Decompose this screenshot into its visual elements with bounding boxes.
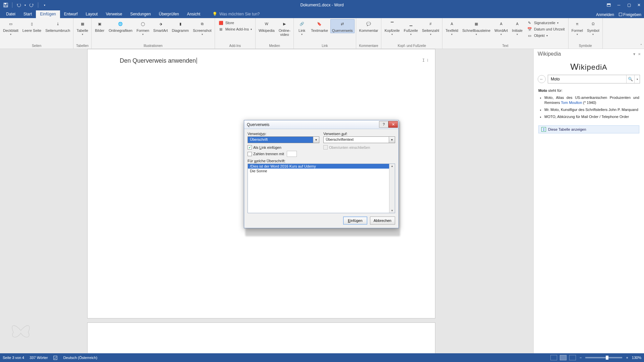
ribbon-display-icon[interactable] (604, 0, 614, 10)
insert-button[interactable]: Einfügen (343, 217, 367, 225)
heading-listbox[interactable]: /Dies ist der Word 2016 Kurs auf Udemy D… (248, 164, 395, 213)
wikipedia-search-input[interactable] (548, 75, 626, 83)
wikipedia-back-button[interactable]: ← (538, 75, 546, 83)
pane-options-icon[interactable]: ▼ (633, 52, 636, 56)
tab-ansicht[interactable]: Ansicht (183, 10, 204, 18)
ribbon-formel-button[interactable]: πFormel▾ (570, 19, 585, 37)
view-print-icon[interactable] (560, 355, 567, 360)
tab-datei[interactable]: Datei (2, 10, 19, 18)
tab-einfuegen[interactable]: Einfügen (36, 10, 60, 18)
status-words[interactable]: 337 Wörter (30, 356, 48, 360)
ribbon-wikipedia-button[interactable]: WWikipedia (257, 19, 276, 33)
separate-checkbox-row[interactable]: ✔ Zahlen trennen mit (248, 151, 395, 157)
zoom-out-icon[interactable]: − (579, 356, 583, 360)
chevron-down-icon[interactable]: ▾ (142, 33, 144, 37)
redo-icon[interactable] (29, 2, 35, 8)
zoom-slider[interactable] (585, 357, 622, 358)
chevron-down-icon[interactable]: ▾ (430, 33, 431, 37)
tab-start[interactable]: Start (19, 10, 36, 18)
ribbon-objekt-button[interactable]: ▭Objekt ▾ (526, 33, 566, 39)
chevron-down-icon[interactable]: ▾ (410, 33, 412, 37)
close-icon[interactable]: ✕ (634, 0, 644, 10)
ribbon-bilder-button[interactable]: ▣Bilder (93, 19, 106, 33)
chevron-down-icon[interactable]: ▼ (389, 137, 395, 143)
chevron-down-icon[interactable]: ▾ (451, 33, 452, 37)
list-item[interactable]: Die Sonne (248, 169, 389, 173)
ribbon-datumunduhrzeit-button[interactable]: 📅Datum und Uhrzeit (526, 26, 566, 32)
ribbon-diagramm-button[interactable]: ▮Diagramm (170, 19, 191, 33)
chevron-down-icon[interactable]: ▾ (577, 33, 578, 37)
chevron-down-icon[interactable]: ▾ (10, 33, 11, 37)
ribbon-kommentar-button[interactable]: 💬Kommentar (358, 19, 380, 33)
as-link-checkbox-row[interactable]: ✔ Als Link einfügen (248, 145, 319, 149)
chevron-down-icon[interactable]: ▾ (500, 33, 502, 37)
ribbon-seitenumbruch-button[interactable]: ⤓Seitenumbruch (44, 19, 72, 33)
ribbon-wordart-button[interactable]: AWordArt▾ (493, 19, 509, 37)
ribbon-seitenzahl-button[interactable]: #Seitenzahl▾ (420, 19, 441, 37)
ribbon-meineaddins-button[interactable]: ⊞Meine Add-Ins ▾ (218, 26, 253, 32)
chevron-down-icon[interactable]: ▾ (202, 33, 203, 37)
tab-verweise[interactable]: Verweise (102, 10, 126, 18)
cancel-button[interactable]: Abbrechen (370, 217, 395, 225)
dialog-help-icon[interactable]: ? (379, 121, 388, 128)
maximize-icon[interactable]: ▢ (624, 0, 634, 10)
listbox-scrollbar[interactable]: ▲▼ (389, 164, 395, 213)
checkbox-checked-icon[interactable]: ✔ (248, 145, 252, 149)
scroll-up-icon[interactable]: ▲ (390, 164, 394, 168)
wikipedia-show-table-button[interactable]: ↧ Diese Tabelle anzeigen (538, 125, 639, 133)
status-page[interactable]: Seite 3 von 4 (3, 356, 24, 360)
list-item[interactable]: /Dies ist der Word 2016 Kurs auf Udemy (248, 164, 389, 169)
pane-close-icon[interactable]: ✕ (638, 52, 641, 56)
chevron-down-icon[interactable]: ▾ (592, 33, 594, 37)
share-button[interactable]: Freigeben (619, 12, 641, 17)
ribbon-textmarke-button[interactable]: 🔖Textmarke (309, 19, 330, 33)
ribbon-fuzeile-button[interactable]: ▁Fußzeile▾ (402, 19, 420, 37)
zoom-level[interactable]: 130% (632, 356, 641, 360)
tab-entwurf[interactable]: Entwurf (60, 10, 82, 18)
ribbon-onlinevideo-button[interactable]: ▶Online-video (277, 19, 292, 37)
dialog-close-icon[interactable]: ✕ (388, 121, 398, 128)
ribbon-symbol-button[interactable]: ΩSymbol▾ (585, 19, 601, 37)
ribbon-querverweis-button[interactable]: ⇄Querverweis (330, 19, 355, 33)
page[interactable] (87, 322, 435, 353)
chevron-down-icon[interactable]: ▾ (517, 33, 518, 37)
zoom-in-icon[interactable]: + (625, 356, 629, 360)
ribbon-textfeld-button[interactable]: ATextfeld▾ (444, 19, 460, 37)
wikipedia-search-dd-icon[interactable]: ▾ (634, 75, 640, 83)
ref-to-combo[interactable]: Überschriftentext ▼ (323, 136, 395, 143)
ribbon-collapse-icon[interactable]: ˄ (640, 44, 642, 47)
undo-dd-icon[interactable]: ▾ (24, 2, 26, 8)
tab-sendungen[interactable]: Sendungen (126, 10, 155, 18)
checkbox-unchecked-icon[interactable]: ✔ (248, 152, 252, 156)
status-language[interactable]: Deutsch (Österreich) (63, 356, 97, 360)
view-read-icon[interactable] (550, 355, 557, 360)
tab-ueberpruefen[interactable]: Überprüfen (155, 10, 183, 18)
ribbon-tabelle-button[interactable]: ▦Tabelle▾ (75, 19, 90, 37)
minimize-icon[interactable]: ─ (614, 0, 624, 10)
chevron-down-icon[interactable]: ▾ (391, 33, 393, 37)
chevron-down-icon[interactable]: ▾ (476, 33, 477, 37)
ribbon-smartart-button[interactable]: ⬗SmartArt (152, 19, 169, 33)
ribbon-screenshot-button[interactable]: ⧉Screenshot▾ (191, 19, 213, 37)
chevron-down-icon[interactable]: ▾ (82, 33, 83, 37)
ribbon-signaturzeile-button[interactable]: ✎Signaturzeile ▾ (526, 20, 566, 26)
wiki-item-link[interactable]: Tom Moulton (561, 101, 582, 105)
ribbon-deckblatt-button[interactable]: ▭Deckblatt▾ (1, 19, 20, 37)
ribbon-schnellbausteine-button[interactable]: ▦Schnellbausteine▾ (461, 19, 492, 37)
zoom-thumb[interactable] (606, 356, 608, 360)
separate-input[interactable] (287, 151, 297, 157)
tellme-search[interactable]: 💡 Was möchten Sie tun? (212, 12, 260, 18)
ribbon-kopfzeile-button[interactable]: ▔Kopfzeile▾ (383, 19, 401, 37)
scroll-down-icon[interactable]: ▼ (390, 208, 394, 213)
chevron-down-icon[interactable]: ▾ (301, 33, 303, 37)
ribbon-store-button[interactable]: 🟥Store (218, 20, 253, 26)
undo-icon[interactable] (16, 2, 22, 8)
ribbon-leereseite-button[interactable]: ▯Leere Seite (21, 19, 43, 33)
save-icon[interactable] (3, 2, 9, 8)
status-proofing-icon[interactable] (53, 355, 58, 360)
ribbon-formen-button[interactable]: ◯Formen▾ (135, 19, 151, 37)
qat-customize-icon[interactable]: ▾ (42, 2, 48, 8)
ribbon-initiale-button[interactable]: AInitiale▾ (510, 19, 524, 37)
search-icon[interactable]: 🔍 (626, 75, 634, 83)
ribbon-link-button[interactable]: 🔗Link▾ (295, 19, 309, 37)
